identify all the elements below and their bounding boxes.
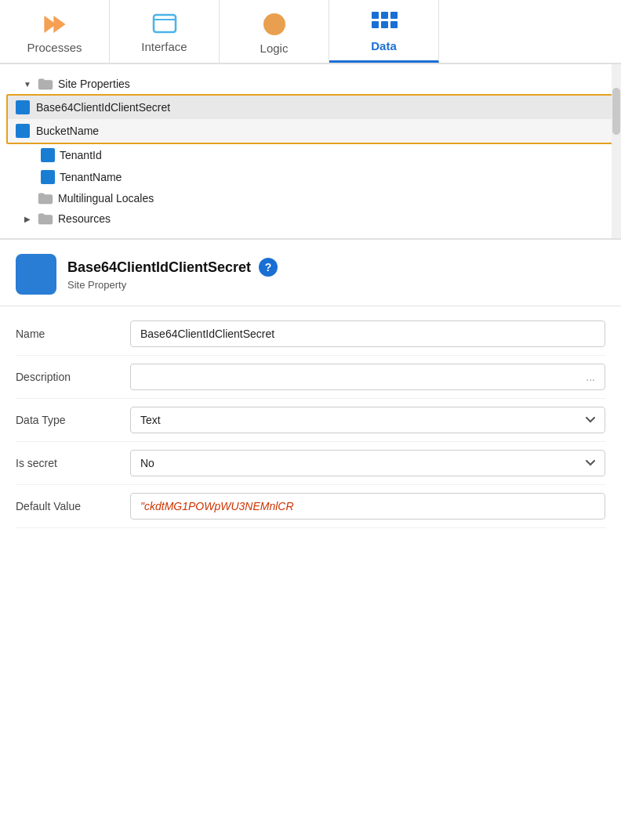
detail-subtitle: Site Property [67, 279, 278, 291]
tab-data-label: Data [371, 39, 397, 52]
defaultvalue-label: Default Value [16, 500, 118, 512]
tenantid-label: TenantId [60, 149, 102, 161]
tab-processes[interactable]: Processes [0, 0, 110, 63]
multilingual-label: Multilingual Locales [58, 192, 154, 205]
name-input[interactable] [130, 320, 605, 347]
scrollbar[interactable] [612, 64, 621, 238]
description-input[interactable] [130, 364, 605, 390]
blue-square-bucketname [16, 124, 30, 138]
processes-icon [42, 13, 68, 36]
app-container: Processes Interface Logic [0, 0, 621, 840]
folder-icon-site [38, 78, 53, 90]
tab-data[interactable]: Data [329, 0, 439, 63]
defaultvalue-control: "ckdtMG1POWpWU3NEMnlCR [130, 493, 605, 520]
form-row-name: Name [16, 313, 605, 356]
name-control [130, 320, 605, 347]
tab-interface-label: Interface [141, 40, 187, 53]
description-label: Description [16, 371, 118, 383]
scrollbar-thumb [612, 88, 620, 135]
tab-logic-label: Logic [260, 42, 289, 55]
description-control [130, 364, 605, 390]
folder-icon-resources [38, 212, 53, 225]
form-row-datatype: Data Type Text Integer Boolean [16, 399, 605, 442]
toggle-site-properties[interactable]: ▼ [22, 78, 33, 89]
properties-form: Name Description Data Type Text Intege [0, 306, 621, 534]
svg-rect-4 [381, 12, 388, 19]
svg-rect-8 [390, 21, 398, 28]
base64-label: Base64ClientIdClientSecret [36, 101, 170, 114]
detail-header: Base64ClientIdClientSecret ? Site Proper… [0, 240, 621, 306]
tree-item-tenantid[interactable]: TenantId [0, 144, 621, 166]
blue-square-tenantname [41, 170, 55, 184]
detail-title-group: Base64ClientIdClientSecret ? Site Proper… [67, 258, 278, 291]
tenantname-label: TenantName [60, 171, 122, 183]
interface-icon [152, 13, 177, 35]
svg-rect-0 [154, 15, 176, 32]
svg-rect-5 [390, 12, 398, 19]
folder-icon-multilingual [38, 192, 53, 205]
svg-point-2 [263, 13, 285, 35]
tab-logic[interactable]: Logic [220, 0, 329, 63]
resources-label: Resources [58, 212, 111, 225]
form-row-defaultvalue: Default Value "ckdtMG1POWpWU3NEMnlCR [16, 485, 605, 528]
tab-processes-label: Processes [27, 41, 82, 54]
svg-rect-3 [372, 12, 379, 19]
tab-bar: Processes Interface Logic [0, 0, 621, 64]
svg-rect-6 [372, 21, 379, 28]
name-label: Name [16, 328, 118, 340]
detail-icon [16, 254, 56, 295]
svg-rect-7 [381, 21, 388, 28]
help-button[interactable]: ? [259, 258, 278, 277]
issecret-select[interactable]: No Yes [130, 450, 605, 476]
toggle-resources[interactable]: ▶ [22, 213, 33, 224]
tree-item-multilingual[interactable]: ▶ Multilingual Locales [0, 188, 621, 208]
site-properties-label: Site Properties [58, 78, 130, 90]
bucketname-label: BucketName [36, 125, 99, 137]
data-icon [371, 11, 398, 34]
tab-interface[interactable]: Interface [110, 0, 220, 63]
tree-item-tenantname[interactable]: TenantName [0, 166, 621, 188]
detail-title-row: Base64ClientIdClientSecret ? [67, 258, 278, 277]
issecret-label: Is secret [16, 457, 118, 469]
datatype-select[interactable]: Text Integer Boolean [130, 407, 605, 433]
tree-item-resources[interactable]: ▶ Resources [0, 208, 621, 229]
selection-box: Base64ClientIdClientSecret BucketName [6, 94, 615, 144]
tree-item-site-properties[interactable]: ▼ Site Properties [0, 74, 621, 94]
datatype-control: Text Integer Boolean [130, 407, 605, 433]
detail-name: Base64ClientIdClientSecret [67, 259, 251, 276]
blue-square-tenantid [41, 148, 55, 162]
detail-panel: Base64ClientIdClientSecret ? Site Proper… [0, 240, 621, 840]
issecret-control: No Yes [130, 450, 605, 476]
logic-icon [262, 12, 287, 37]
form-row-issecret: Is secret No Yes [16, 442, 605, 485]
tree-item-bucketname[interactable]: BucketName [8, 119, 613, 143]
tree-panel: ▼ Site Properties Base64ClientIdClientSe… [0, 64, 621, 240]
form-row-description: Description [16, 356, 605, 399]
datatype-label: Data Type [16, 414, 118, 426]
tree-item-base64[interactable]: Base64ClientIdClientSecret [8, 96, 613, 119]
blue-square-base64 [16, 100, 30, 114]
defaultvalue-display[interactable]: "ckdtMG1POWpWU3NEMnlCR [130, 493, 605, 520]
